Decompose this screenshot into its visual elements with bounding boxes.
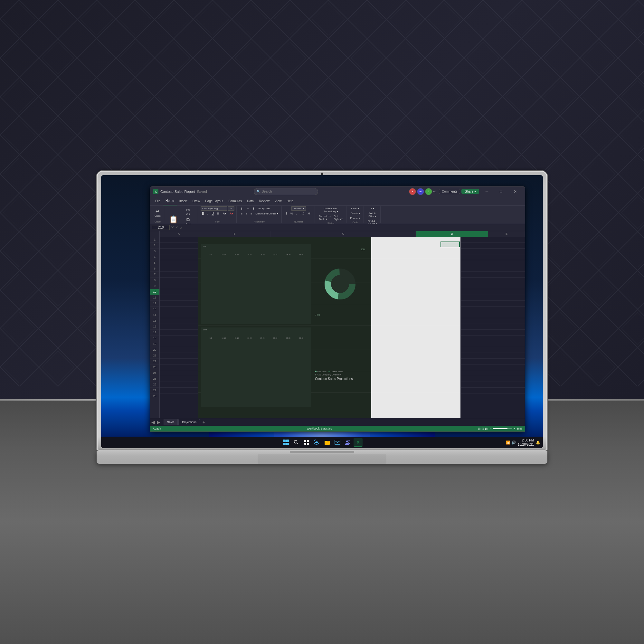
zoom-plus[interactable]: + bbox=[514, 427, 515, 430]
close-button[interactable]: ✕ bbox=[509, 187, 522, 196]
title-search[interactable]: 🔍 Search bbox=[254, 188, 318, 195]
minimize-button[interactable]: ─ bbox=[480, 187, 493, 196]
fill-color-button[interactable]: A▾ bbox=[222, 211, 228, 216]
search-icon bbox=[294, 440, 299, 445]
autosum-button[interactable]: Σ ▾ bbox=[369, 206, 375, 211]
tab-draw[interactable]: Draw bbox=[190, 196, 203, 205]
decrease-decimal-button[interactable]: .0⁻ bbox=[306, 211, 313, 216]
undo-button[interactable]: ↩ Undo bbox=[153, 208, 162, 218]
selected-cell[interactable] bbox=[440, 241, 460, 247]
sort-filter-button[interactable]: Sort &Filter ▾ bbox=[367, 211, 377, 218]
svg-rect-12 bbox=[325, 441, 327, 442]
comma-button[interactable]: , bbox=[295, 211, 298, 216]
normal-view-button[interactable]: ⊞ bbox=[478, 427, 480, 431]
share-dropdown-icon: ▾ bbox=[474, 190, 476, 193]
currency-button[interactable]: $ bbox=[284, 211, 289, 216]
teams-button[interactable] bbox=[343, 438, 352, 447]
formula-check: ✓ bbox=[175, 225, 178, 230]
excel-window[interactable]: X Contoso Sales Report Saved 🔍 Search bbox=[150, 186, 525, 432]
wrap-text-button[interactable]: Wrap Text bbox=[257, 206, 271, 211]
svg-rect-13 bbox=[335, 440, 340, 444]
italic-button[interactable]: I bbox=[206, 211, 210, 216]
font-size-selector[interactable]: 11 bbox=[228, 206, 234, 211]
excel-taskbar-button[interactable]: X bbox=[354, 438, 363, 447]
align-left-button[interactable]: ≡ bbox=[239, 212, 243, 216]
tab-view[interactable]: View bbox=[272, 196, 284, 205]
svg-rect-8 bbox=[307, 440, 309, 442]
donut-svg bbox=[321, 265, 359, 303]
align-right-button[interactable]: ≡ bbox=[249, 212, 253, 216]
font-color-button[interactable]: A▾ bbox=[228, 211, 234, 216]
formula-input[interactable] bbox=[183, 226, 523, 229]
cut-button[interactable]: ✂ Cut bbox=[180, 206, 196, 216]
align-bottom-button[interactable]: ⬇ bbox=[251, 206, 256, 211]
cell-reference[interactable]: D10 bbox=[152, 225, 170, 230]
explorer-icon bbox=[324, 440, 330, 445]
format-as-table-button[interactable]: Format asTable ▾ bbox=[317, 214, 332, 221]
taskbar-search-button[interactable] bbox=[292, 438, 301, 447]
sheet-tab-projections[interactable]: Projections bbox=[178, 419, 200, 425]
notification-button[interactable]: 🔔 bbox=[536, 440, 540, 445]
align-top-button[interactable]: ⬆ bbox=[239, 206, 244, 211]
page-view-button[interactable]: ⊠ bbox=[485, 427, 488, 431]
number-format-selector[interactable]: General ▾ bbox=[291, 206, 306, 211]
insert-button[interactable]: Insert ▾ bbox=[350, 206, 361, 211]
col-header-c[interactable]: C bbox=[271, 231, 416, 237]
title-controls: S M J +4 Comments Share ▾ ─ bbox=[409, 187, 522, 196]
col-header-e[interactable]: E bbox=[488, 231, 525, 237]
bold-button[interactable]: B bbox=[201, 211, 205, 216]
touchpad[interactable] bbox=[258, 454, 386, 464]
share-button[interactable]: Share ▾ bbox=[461, 189, 479, 194]
donut-label-74: 74% bbox=[315, 314, 320, 316]
sheet-nav-right[interactable]: ▶ bbox=[157, 420, 160, 425]
increase-decimal-button[interactable]: ⁺.0 bbox=[299, 211, 306, 216]
cells-area: 30% bbox=[160, 237, 525, 418]
font-group: Calibri (Body) 11 B I U ⊞ bbox=[199, 206, 237, 223]
volume-icon: 🔊 bbox=[511, 440, 516, 445]
zoom-slider[interactable] bbox=[493, 428, 512, 429]
laptop-hinge bbox=[290, 451, 354, 453]
tab-insert[interactable]: Insert bbox=[177, 196, 190, 205]
row-header-top bbox=[150, 231, 159, 237]
sheet-nav-left[interactable]: ◀ bbox=[151, 420, 155, 425]
font-name-selector[interactable]: Calibri (Body) bbox=[201, 206, 227, 211]
merge-center-button[interactable]: Merge and Center ▾ bbox=[254, 212, 279, 216]
border-button[interactable]: ⊞ bbox=[216, 211, 221, 216]
row-header-23: 23 bbox=[150, 365, 159, 370]
tab-page-layout[interactable]: Page Layout bbox=[203, 196, 226, 205]
tab-review[interactable]: Review bbox=[256, 196, 272, 205]
task-view-button[interactable] bbox=[302, 438, 311, 447]
percent-button[interactable]: % bbox=[289, 211, 294, 216]
align-center-button[interactable]: ≡ bbox=[244, 212, 249, 216]
tab-home[interactable]: Home bbox=[163, 196, 177, 205]
layout-view-button[interactable]: ⊟ bbox=[481, 427, 484, 431]
tab-help[interactable]: Help bbox=[284, 196, 296, 205]
align-middle-button[interactable]: ↔ bbox=[245, 206, 251, 211]
chart-light-bg bbox=[371, 237, 460, 418]
taskbar-clock[interactable]: 2:30 PM 10/20/2021 bbox=[518, 438, 534, 447]
cell-styles-button[interactable]: CellStyles ▾ bbox=[332, 214, 344, 221]
format-button[interactable]: Format ▾ bbox=[349, 216, 362, 220]
row-header-10: 10 bbox=[150, 289, 159, 295]
col-header-a[interactable]: A bbox=[160, 231, 198, 237]
underline-button[interactable]: U bbox=[210, 211, 215, 216]
tab-formulas[interactable]: Formulas bbox=[226, 196, 244, 205]
delete-button[interactable]: Delete ▾ bbox=[349, 211, 361, 215]
tab-data[interactable]: Data bbox=[244, 196, 256, 205]
maximize-button[interactable]: □ bbox=[495, 187, 507, 196]
explorer-button[interactable] bbox=[323, 438, 332, 447]
add-sheet-button[interactable]: + bbox=[201, 419, 207, 425]
comments-button[interactable]: Comments bbox=[439, 189, 460, 194]
mail-button[interactable] bbox=[333, 438, 342, 447]
row-header-2: 2 bbox=[150, 243, 159, 249]
edge-button[interactable] bbox=[312, 438, 321, 447]
zoom-minus[interactable]: − bbox=[490, 427, 492, 430]
sheet-tab-sales[interactable]: Sales bbox=[164, 419, 178, 425]
start-button[interactable] bbox=[281, 438, 290, 447]
tab-file[interactable]: File bbox=[153, 196, 163, 205]
col-header-d[interactable]: D bbox=[416, 231, 488, 237]
col-header-b[interactable]: B bbox=[198, 231, 271, 237]
conditional-formatting-button[interactable]: ConditionalFormatting ▾ bbox=[322, 206, 339, 213]
row-header-28: 28 bbox=[150, 393, 159, 399]
svg-line-6 bbox=[297, 443, 298, 444]
